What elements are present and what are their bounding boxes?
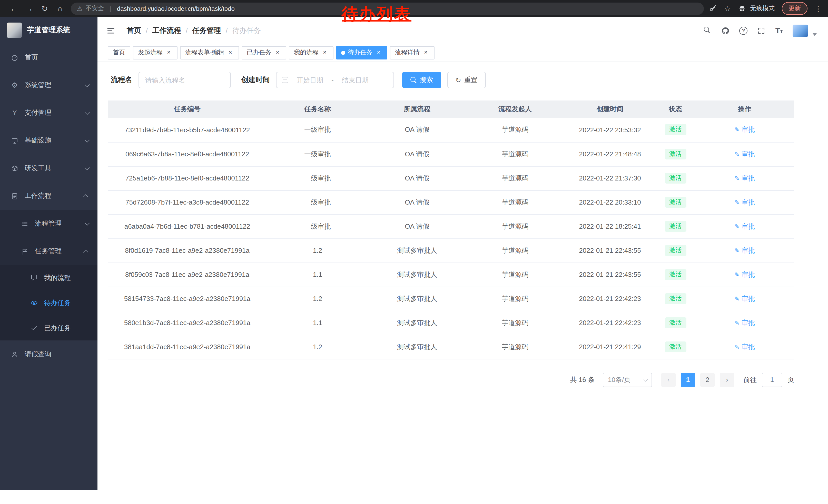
tab-done-tasks[interactable]: 已办任务 × <box>242 46 286 59</box>
task-starter: 芋道源码 <box>466 142 564 166</box>
sidebar-item-workflow[interactable]: 工作流程 <box>0 182 97 210</box>
search-button[interactable]: 搜索 <box>402 72 441 88</box>
github-icon[interactable] <box>721 27 730 35</box>
user-avatar[interactable] <box>793 25 808 37</box>
toolbox-icon <box>10 164 19 172</box>
page-1-button[interactable]: 1 <box>681 372 695 387</box>
browser-reload-icon[interactable]: ↻ <box>37 4 52 13</box>
task-actions: ✎审批 <box>695 166 794 190</box>
task-process: 测试多审批人 <box>368 238 466 263</box>
approve-link[interactable]: ✎审批 <box>734 294 755 303</box>
update-button[interactable]: 更新 <box>782 2 808 15</box>
breadcrumb-workflow[interactable]: 工作流程 <box>152 26 181 35</box>
tab-process-detail[interactable]: 流程详情 × <box>390 46 434 59</box>
page-url[interactable]: dashboard.yudao.iocoder.cn/bpm/task/todo <box>117 5 235 12</box>
approve-link[interactable]: ✎审批 <box>734 246 755 255</box>
sidebar-item-process-management[interactable]: 流程管理 <box>0 210 97 237</box>
sidebar-item-infrastructure[interactable]: 基础设施 <box>0 127 97 154</box>
browser-forward-icon[interactable]: → <box>22 4 37 13</box>
sidebar-item-home[interactable]: 首页 <box>0 44 97 71</box>
close-icon[interactable]: × <box>165 49 172 56</box>
page-annotation: 待办列表 <box>342 3 411 26</box>
browser-menu-icon[interactable]: ⋮ <box>815 4 822 12</box>
tab-home[interactable]: 首页 <box>108 46 130 59</box>
task-status: 激活 <box>656 118 695 142</box>
approve-link[interactable]: ✎审批 <box>734 149 755 159</box>
fullscreen-icon[interactable] <box>757 27 766 35</box>
process-name-input[interactable] <box>138 72 231 88</box>
status-badge: 激活 <box>665 148 686 159</box>
search-icon[interactable] <box>704 27 712 34</box>
goto-page-input[interactable] <box>762 372 782 387</box>
reset-button[interactable]: ↻ 重置 <box>447 72 486 88</box>
bookmark-star-icon[interactable]: ☆ <box>724 4 731 12</box>
task-name: 1.1 <box>267 263 368 287</box>
close-icon[interactable]: × <box>227 49 234 56</box>
sidebar-item-label: 请假查询 <box>25 350 51 359</box>
tab-form-edit[interactable]: 流程表单-编辑 × <box>180 46 239 59</box>
close-icon[interactable]: × <box>375 49 382 56</box>
sidebar-item-task-management[interactable]: 任务管理 <box>0 237 97 265</box>
page-size-select[interactable]: 10条/页 <box>603 372 652 387</box>
app-logo[interactable]: 芋道管理系统 <box>0 17 97 44</box>
task-process: 测试多审批人 <box>368 335 466 359</box>
key-icon[interactable] <box>709 5 717 12</box>
sidebar-item-todo-tasks[interactable]: 待办任务 <box>0 290 97 315</box>
font-size-icon[interactable]: TT <box>776 27 783 34</box>
sidebar-item-system[interactable]: ⚙ 系统管理 <box>0 71 97 99</box>
breadcrumb-home[interactable]: 首页 <box>127 26 141 35</box>
tab-start-process[interactable]: 发起流程 × <box>133 46 177 59</box>
tab-todo-tasks[interactable]: 待办任务 × <box>336 46 387 59</box>
chevron-down-icon <box>85 137 90 142</box>
approve-link[interactable]: ✎审批 <box>734 174 755 183</box>
edit-icon: ✎ <box>734 247 740 254</box>
prev-page-button[interactable]: ‹ <box>661 372 676 387</box>
start-date-input[interactable] <box>291 76 328 84</box>
approve-link[interactable]: ✎审批 <box>734 342 755 352</box>
approve-link[interactable]: ✎审批 <box>734 198 755 207</box>
hamburger-icon[interactable] <box>106 26 117 36</box>
chevron-down-icon <box>85 165 90 170</box>
browser-home-icon[interactable]: ⌂ <box>52 4 68 13</box>
breadcrumb-task-management[interactable]: 任务管理 <box>192 26 221 35</box>
task-status: 激活 <box>656 142 695 166</box>
tab-my-processes[interactable]: 我的流程 × <box>289 46 333 59</box>
sidebar-item-devtools[interactable]: 研发工具 <box>0 154 97 182</box>
chevron-down-icon <box>85 82 90 87</box>
date-range-picker[interactable]: - <box>276 72 394 88</box>
table-row: 580e1b3d-7ac8-11ec-a9e2-a2380e71991a 1.1… <box>108 311 794 335</box>
page-2-button[interactable]: 2 <box>700 372 715 387</box>
warning-icon: ⚠ <box>77 5 83 12</box>
approve-link[interactable]: ✎审批 <box>734 318 755 327</box>
close-icon[interactable]: × <box>422 49 429 56</box>
avatar-caret-icon[interactable] <box>813 33 817 36</box>
next-page-button[interactable]: › <box>720 372 734 387</box>
task-submenu: 我的流程 待办任务 已办任务 <box>0 265 97 340</box>
approve-link[interactable]: ✎审批 <box>734 222 755 231</box>
column-task-id: 任务编号 <box>108 100 267 118</box>
task-status: 激活 <box>656 214 695 238</box>
sidebar-item-payment[interactable]: ¥ 支付管理 <box>0 99 97 127</box>
task-name: 一级审批 <box>267 190 368 214</box>
security-label[interactable]: 不安全 <box>86 4 104 13</box>
task-name: 1.2 <box>267 238 368 263</box>
sidebar: 芋道管理系统 首页 ⚙ 系统管理 ¥ 支付管理 基础设施 <box>0 17 97 490</box>
task-starter: 芋道源码 <box>466 190 564 214</box>
table-row: 069c6a63-7b8a-11ec-8ef0-acde48001122 一级审… <box>108 142 794 166</box>
close-icon[interactable]: × <box>274 49 281 56</box>
approve-link[interactable]: ✎审批 <box>734 270 755 279</box>
sidebar-item-my-processes[interactable]: 我的流程 <box>0 265 97 290</box>
task-process: OA 请假 <box>368 142 466 166</box>
sidebar-item-done-tasks[interactable]: 已办任务 <box>0 315 97 340</box>
browser-back-icon[interactable]: ← <box>6 4 22 13</box>
calendar-icon <box>282 77 288 83</box>
close-icon[interactable]: × <box>321 49 328 56</box>
sidebar-item-leave-query[interactable]: 请假查询 <box>0 340 97 368</box>
end-date-input[interactable] <box>337 76 374 84</box>
help-icon[interactable]: ? <box>740 27 748 35</box>
sidebar-item-label: 工作流程 <box>25 191 51 200</box>
task-name: 1.1 <box>267 311 368 335</box>
approve-link[interactable]: ✎审批 <box>734 125 755 135</box>
table-row: 75d72608-7b7f-11ec-a3c8-acde48001122 一级审… <box>108 190 794 214</box>
eye-icon <box>30 299 38 307</box>
